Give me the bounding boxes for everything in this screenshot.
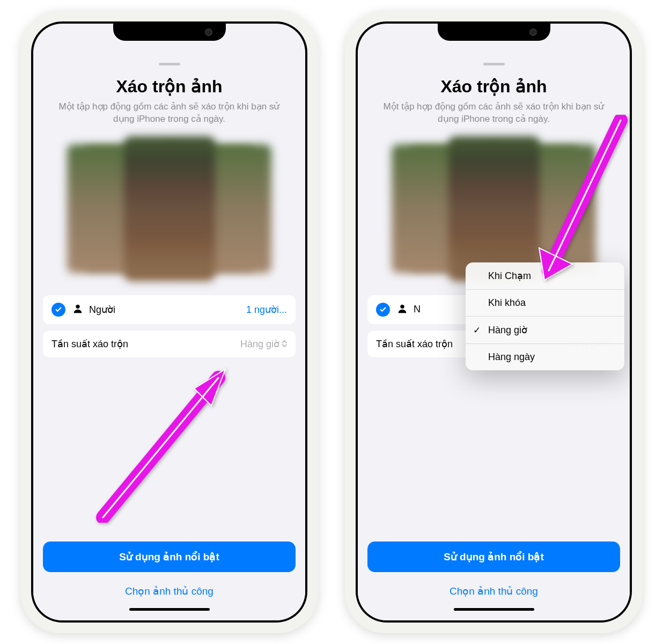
home-indicator[interactable] bbox=[129, 608, 210, 611]
check-icon: ✓ bbox=[473, 325, 481, 336]
bottom-actions: Sử dụng ảnh nổi bật Chọn ảnh thủ công bbox=[43, 541, 296, 611]
notch bbox=[113, 24, 226, 41]
page-subtitle: Một tập hợp động gồm các ảnh sẽ xáo trộn… bbox=[43, 101, 296, 126]
grabber-handle[interactable] bbox=[483, 63, 505, 65]
choose-manually-button[interactable]: Chọn ảnh thủ công bbox=[43, 580, 296, 603]
photo-preview bbox=[367, 136, 620, 281]
sheet: Xáo trộn ảnh Một tập hợp động gồm các ản… bbox=[33, 53, 305, 620]
use-featured-button[interactable]: Sử dụng ảnh nổi bật bbox=[43, 541, 296, 572]
page-subtitle: Một tập hợp động gồm các ảnh sẽ xáo trộn… bbox=[367, 101, 620, 126]
updown-icon bbox=[282, 340, 287, 347]
menu-item-label: Khi khóa bbox=[488, 297, 526, 308]
frequency-value-text: Hàng giờ bbox=[240, 338, 279, 350]
notch bbox=[438, 24, 550, 41]
grabber-handle[interactable] bbox=[159, 63, 180, 65]
choose-manually-button[interactable]: Chọn ảnh thủ công bbox=[367, 580, 620, 603]
svg-point-3 bbox=[400, 305, 404, 309]
svg-point-0 bbox=[76, 305, 79, 309]
person-icon bbox=[396, 303, 408, 317]
photo-preview bbox=[43, 136, 296, 281]
frequency-dropdown: Khi Chạm Khi khóa ✓ Hàng giờ Hàng ngày bbox=[466, 262, 624, 370]
sheet: Xáo trộn ảnh Một tập hợp động gồm các ản… bbox=[358, 53, 630, 620]
people-value[interactable]: 1 người... bbox=[246, 304, 287, 316]
home-indicator[interactable] bbox=[454, 608, 534, 611]
phone-bezel: Xáo trộn ảnh Một tập hợp động gồm các ản… bbox=[356, 21, 632, 623]
person-icon bbox=[72, 303, 84, 317]
frequency-value: Hàng giờ bbox=[240, 338, 287, 350]
menu-item-on-lock[interactable]: Khi khóa bbox=[466, 290, 624, 317]
people-row[interactable]: Người 1 người... bbox=[43, 295, 296, 324]
page-title: Xáo trộn ảnh bbox=[367, 76, 620, 97]
people-label: Người bbox=[89, 304, 246, 316]
menu-item-label: Hàng giờ bbox=[488, 325, 527, 335]
menu-item-on-tap[interactable]: Khi Chạm bbox=[466, 262, 624, 290]
photo-thumb-front bbox=[448, 136, 540, 281]
menu-item-hourly[interactable]: ✓ Hàng giờ bbox=[466, 317, 624, 344]
phone-left: Xáo trộn ảnh Một tập hợp động gồm các ản… bbox=[20, 11, 318, 633]
frequency-row[interactable]: Tần suất xáo trộn Hàng giờ bbox=[43, 331, 296, 357]
phone-right: Xáo trộn ảnh Một tập hợp động gồm các ản… bbox=[345, 11, 643, 633]
phone-bezel: Xáo trộn ảnh Một tập hợp động gồm các ản… bbox=[31, 21, 307, 623]
bottom-actions: Sử dụng ảnh nổi bật Chọn ảnh thủ công bbox=[367, 541, 620, 611]
screen: Xáo trộn ảnh Một tập hợp động gồm các ản… bbox=[33, 24, 305, 620]
menu-item-daily[interactable]: Hàng ngày bbox=[466, 344, 624, 370]
screen: Xáo trộn ảnh Một tập hợp động gồm các ản… bbox=[358, 24, 630, 620]
camera-icon bbox=[205, 28, 212, 36]
page-title: Xáo trộn ảnh bbox=[43, 76, 296, 97]
frequency-label: Tần suất xáo trộn bbox=[51, 338, 240, 350]
checkmark-circle-icon bbox=[51, 303, 65, 317]
camera-icon bbox=[529, 28, 537, 36]
checkmark-circle-icon bbox=[376, 303, 390, 317]
menu-item-label: Khi Chạm bbox=[488, 270, 531, 281]
photo-thumb-front bbox=[124, 136, 215, 281]
menu-item-label: Hàng ngày bbox=[488, 352, 535, 362]
use-featured-button[interactable]: Sử dụng ảnh nổi bật bbox=[367, 541, 620, 572]
